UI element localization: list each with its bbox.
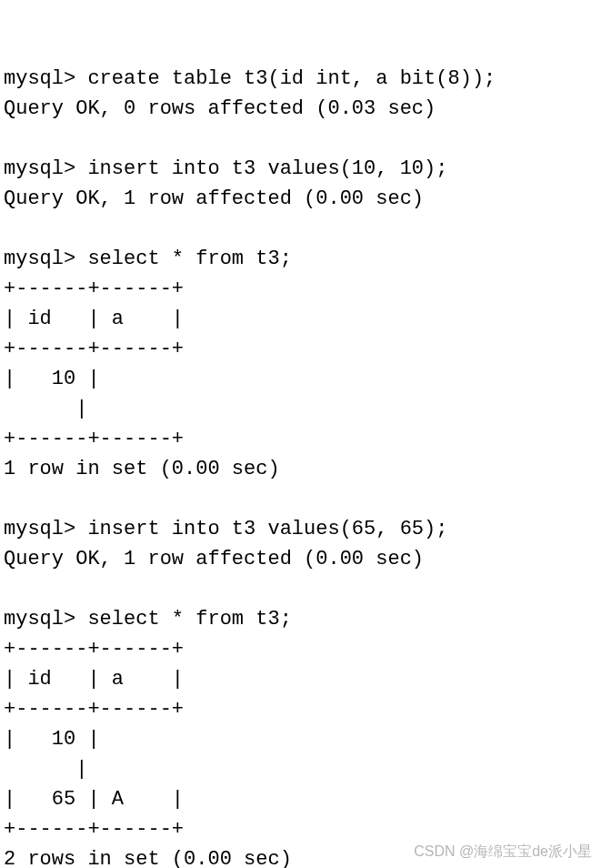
table-border: +------+------+	[4, 698, 184, 721]
table-row: |	[4, 398, 87, 420]
response-line: Query OK, 0 rows affected (0.03 sec)	[4, 97, 436, 120]
response-line: Query OK, 1 row affected (0.00 sec)	[4, 187, 424, 210]
table-row: | 10 |	[4, 368, 100, 390]
table-row: | 10 |	[4, 728, 100, 751]
result-summary: 1 row in set (0.00 sec)	[4, 458, 280, 480]
prompt-line: mysql> insert into t3 values(10, 10);	[4, 157, 447, 180]
table-border: +------+------+	[4, 638, 184, 661]
prompt-line: mysql> select * from t3;	[4, 247, 292, 270]
table-row: | 65 | A |	[4, 788, 184, 811]
table-border: +------+------+	[4, 338, 184, 360]
result-summary: 2 rows in set (0.00 sec)	[4, 848, 292, 868]
table-border: +------+------+	[4, 278, 184, 300]
response-line: Query OK, 1 row affected (0.00 sec)	[4, 548, 424, 570]
table-border: +------+------+	[4, 428, 184, 450]
terminal-output: mysql> create table t3(id int, a bit(8))…	[4, 64, 597, 868]
table-header: | id | a |	[4, 308, 184, 330]
prompt-line: mysql> select * from t3;	[4, 608, 292, 631]
prompt-line: mysql> insert into t3 values(65, 65);	[4, 518, 447, 540]
table-header: | id | a |	[4, 668, 184, 691]
table-border: +------+------+	[4, 818, 184, 841]
table-row: |	[4, 758, 87, 781]
prompt-line: mysql> create table t3(id int, a bit(8))…	[4, 67, 496, 90]
watermark-text: CSDN @海绵宝宝de派小星	[414, 841, 592, 863]
